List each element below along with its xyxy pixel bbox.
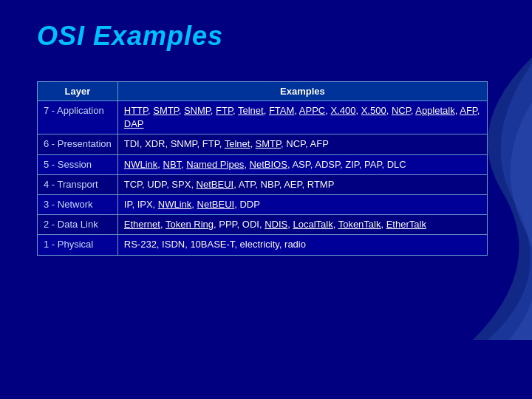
osi-table-container: Layer Examples 7 - ApplicationHTTP, SMTP…	[37, 81, 488, 256]
examples-cell: NWLink, NBT, Named Pipes, NetBIOS, ASP, …	[117, 154, 487, 174]
examples-cell: TDI, XDR, SNMP, FTP, Telnet, SMTP, NCP, …	[117, 134, 487, 154]
layer-cell: 6 - Presentation	[38, 134, 118, 154]
examples-cell: TCP, UDP, SPX, NetBEUI, ATP, NBP, AEP, R…	[117, 174, 487, 194]
table-row: 4 - TransportTCP, UDP, SPX, NetBEUI, ATP…	[38, 174, 488, 194]
col-header-examples: Examples	[117, 82, 487, 101]
table-row: 2 - Data LinkEthernet, Token Ring, PPP, …	[38, 215, 488, 235]
layer-cell: 3 - Network	[38, 194, 118, 214]
table-row: 7 - ApplicationHTTP, SMTP, SNMP, FTP, Te…	[38, 101, 488, 134]
page-title: OSI Examples	[37, 21, 223, 52]
col-header-layer: Layer	[38, 82, 118, 101]
examples-cell: IP, IPX, NWLink, NetBEUI, DDP	[117, 194, 487, 214]
layer-cell: 5 - Session	[38, 154, 118, 174]
osi-table: Layer Examples 7 - ApplicationHTTP, SMTP…	[37, 81, 488, 256]
examples-cell: Ethernet, Token Ring, PPP, ODI, NDIS, Lo…	[117, 215, 487, 235]
layer-cell: 2 - Data Link	[38, 215, 118, 235]
table-row: 6 - PresentationTDI, XDR, SNMP, FTP, Tel…	[38, 134, 488, 154]
layer-cell: 1 - Physical	[38, 235, 118, 255]
examples-cell: RS-232, ISDN, 10BASE-T, electricity, rad…	[117, 235, 487, 255]
layer-cell: 4 - Transport	[38, 174, 118, 194]
table-row: 3 - NetworkIP, IPX, NWLink, NetBEUI, DDP	[38, 194, 488, 214]
examples-cell: HTTP, SMTP, SNMP, FTP, Telnet, FTAM, APP…	[117, 101, 487, 134]
table-row: 5 - SessionNWLink, NBT, Named Pipes, Net…	[38, 154, 488, 174]
layer-cell: 7 - Application	[38, 101, 118, 134]
table-row: 1 - PhysicalRS-232, ISDN, 10BASE-T, elec…	[38, 235, 488, 255]
